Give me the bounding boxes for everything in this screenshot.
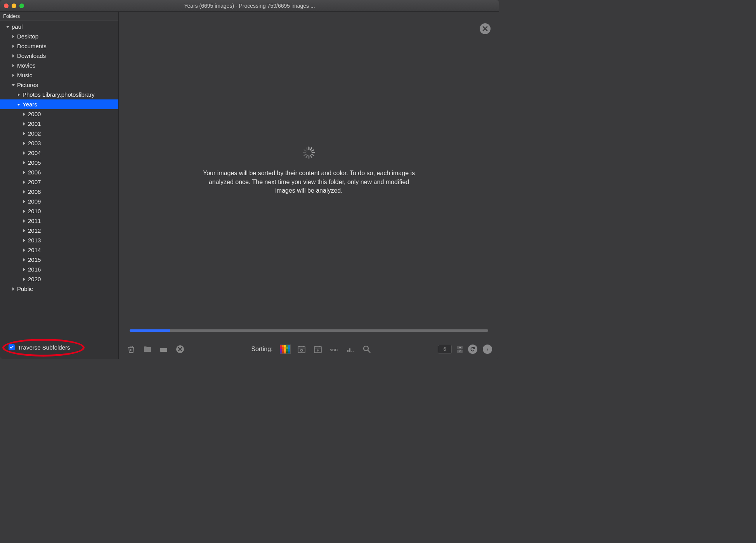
disclosure-right-icon[interactable] [11, 34, 16, 39]
folder-tree-item[interactable]: 2014 [0, 245, 118, 255]
folder-tree-item[interactable]: 2010 [0, 206, 118, 216]
folder-label: 2015 [28, 256, 41, 263]
folder-tree-item[interactable]: Documents [0, 41, 118, 51]
sidebar: Folders paulDesktopDocumentsDownloadsMov… [0, 12, 119, 359]
svg-line-2 [312, 150, 314, 151]
sort-by-date-taken-button[interactable] [296, 344, 307, 355]
folder-label: Photos Library.photoslibrary [23, 91, 95, 98]
traverse-subfolders-checkbox[interactable]: Traverse Subfolders [9, 344, 70, 351]
svg-line-30 [368, 350, 370, 353]
folder-tree-item[interactable]: 2001 [0, 119, 118, 129]
trash-button[interactable] [126, 344, 137, 355]
folder-tree-item[interactable]: Pictures [0, 80, 118, 90]
sort-by-date-modified-button[interactable] [312, 344, 323, 355]
window-minimize-button[interactable] [12, 3, 16, 8]
info-icon: i [485, 346, 490, 352]
window-close-button[interactable] [4, 3, 9, 8]
disclosure-right-icon[interactable] [22, 267, 26, 272]
folder-tree-item[interactable]: 2005 [0, 158, 118, 167]
disclosure-right-icon[interactable] [22, 151, 26, 155]
svg-rect-27 [351, 352, 352, 352]
folder-label: 2010 [28, 208, 41, 214]
calendar-up-icon [313, 345, 323, 354]
folder-tree-item[interactable]: 2003 [0, 138, 118, 148]
disclosure-right-icon[interactable] [22, 248, 26, 252]
disclosure-right-icon[interactable] [11, 44, 16, 49]
disclosure-right-icon[interactable] [16, 92, 21, 97]
folder-tree-item[interactable]: 2007 [0, 177, 118, 187]
calendar-camera-icon [297, 345, 306, 354]
app-window: Years (6695 images) - Processing 759/669… [0, 0, 499, 359]
folder-tree-item[interactable]: Movies [0, 61, 118, 70]
disclosure-right-icon[interactable] [11, 73, 16, 78]
abc-icon: ABC [329, 345, 339, 354]
folder-tree-item[interactable]: 2012 [0, 226, 118, 235]
folder-tree-item[interactable]: Downloads [0, 51, 118, 61]
disclosure-right-icon[interactable] [22, 258, 26, 262]
refresh-button[interactable] [468, 345, 477, 354]
svg-text:ABC: ABC [329, 348, 338, 352]
disclosure-right-icon[interactable] [22, 122, 26, 126]
sort-by-name-button[interactable]: ABC [329, 344, 340, 355]
window-button[interactable] [158, 344, 169, 355]
folder-label: 2006 [28, 169, 41, 176]
folder-tree-item[interactable]: 2009 [0, 197, 118, 206]
sort-by-size-button[interactable] [345, 344, 356, 355]
disclosure-right-icon[interactable] [22, 112, 26, 117]
processing-info-text: Your images will be sorted by their cont… [200, 169, 418, 195]
disclosure-right-icon[interactable] [11, 287, 16, 291]
search-button[interactable] [361, 344, 372, 355]
folder-label: Movies [17, 62, 36, 69]
columns-stepper[interactable] [457, 345, 463, 353]
folder-tree-item[interactable]: paul [0, 22, 118, 31]
disclosure-right-icon[interactable] [22, 228, 26, 233]
sort-by-color-button[interactable] [280, 345, 291, 354]
svg-line-10 [304, 150, 306, 151]
folder-label: 2001 [28, 120, 41, 127]
disclosure-right-icon[interactable] [22, 199, 26, 204]
close-processing-button[interactable] [480, 23, 491, 34]
folder-tree-item[interactable]: 2004 [0, 148, 118, 158]
disclosure-right-icon[interactable] [22, 131, 26, 136]
disclosure-right-icon[interactable] [22, 170, 26, 175]
disclosure-right-icon[interactable] [22, 277, 26, 282]
folder-tree-item[interactable]: 2011 [0, 216, 118, 226]
disclosure-right-icon[interactable] [11, 54, 16, 58]
window-zoom-button[interactable] [19, 3, 24, 8]
folder-tree-item[interactable]: 2000 [0, 109, 118, 119]
cancel-button[interactable] [175, 344, 186, 355]
svg-line-11 [306, 148, 307, 150]
folder-tree-item[interactable]: Public [0, 284, 118, 294]
info-button[interactable]: i [483, 345, 492, 354]
folder-tree-item[interactable]: 2002 [0, 129, 118, 138]
svg-rect-26 [349, 348, 350, 352]
disclosure-right-icon[interactable] [11, 63, 16, 68]
disclosure-down-icon[interactable] [11, 83, 16, 87]
folder-tree-item[interactable]: 2015 [0, 255, 118, 265]
folder-tree-item[interactable]: 2016 [0, 265, 118, 274]
folder-tree-item[interactable]: 2008 [0, 187, 118, 197]
folder-tree[interactable]: paulDesktopDocumentsDownloadsMoviesMusic… [0, 21, 118, 336]
folder-button[interactable] [142, 344, 153, 355]
disclosure-right-icon[interactable] [22, 190, 26, 194]
disclosure-right-icon[interactable] [22, 238, 26, 243]
disclosure-right-icon[interactable] [22, 160, 26, 165]
folder-tree-item[interactable]: 2013 [0, 235, 118, 245]
disclosure-right-icon[interactable] [22, 141, 26, 146]
folder-tree-item[interactable]: Music [0, 70, 118, 80]
folder-label: 2014 [28, 247, 41, 253]
folder-tree-item[interactable]: Photos Library.photoslibrary [0, 90, 118, 99]
columns-count-field[interactable]: 6 [438, 345, 452, 353]
folder-tree-item[interactable]: Desktop [0, 31, 118, 41]
folder-tree-item[interactable]: 2006 [0, 167, 118, 177]
folder-tree-item[interactable]: 2020 [0, 274, 118, 284]
folder-label: 2002 [28, 130, 41, 137]
disclosure-right-icon[interactable] [22, 180, 26, 184]
folder-tree-item[interactable]: Years [0, 99, 118, 109]
disclosure-down-icon[interactable] [16, 102, 21, 107]
checkmark-icon [9, 344, 15, 350]
folder-label: Public [17, 285, 33, 292]
disclosure-right-icon[interactable] [22, 219, 26, 223]
disclosure-down-icon[interactable] [5, 24, 10, 29]
disclosure-right-icon[interactable] [22, 209, 26, 214]
